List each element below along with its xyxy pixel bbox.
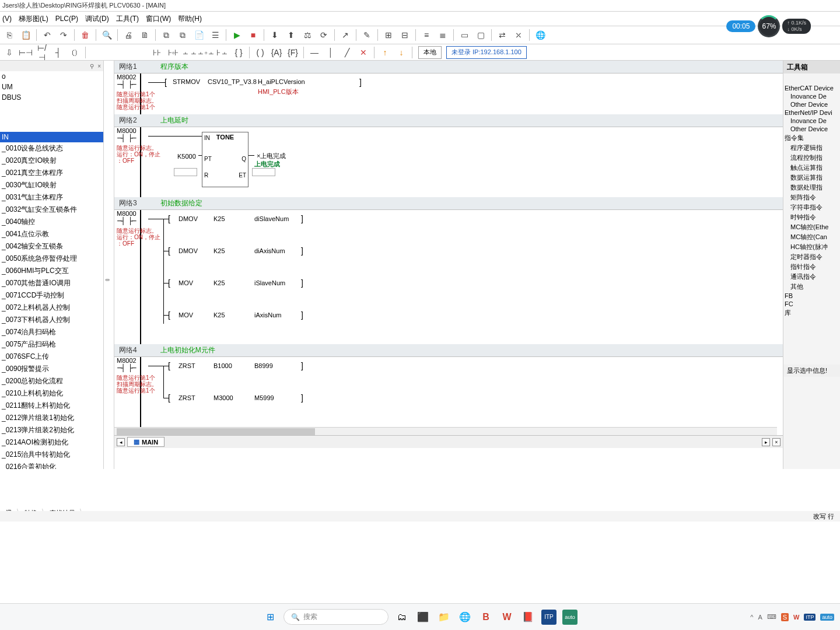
network-body[interactable]: 16 M8002 ─┤ ├─ 随意运行第1个 扫描周期标志。 随意运行第1个 [… bbox=[114, 74, 783, 114]
tray-ime-icon[interactable]: ⌨ bbox=[767, 613, 776, 621]
auto-icon[interactable]: auto bbox=[562, 610, 578, 625]
tree-item[interactable]: _0215治具中转初始化 bbox=[0, 449, 103, 461]
ld-diag-icon[interactable]: ╱ bbox=[340, 46, 354, 60]
login-status[interactable]: 未登录 IP:192.168.1.100 bbox=[446, 46, 527, 59]
output-box[interactable] bbox=[252, 168, 275, 176]
tree-item[interactable]: DBUS bbox=[0, 92, 103, 103]
tree-item[interactable]: _0072上料机器人控制 bbox=[0, 302, 103, 314]
hud-cpu-ring[interactable]: 67% bbox=[758, 15, 780, 37]
ladder-contact[interactable]: M8000 ─┤ ├─ bbox=[117, 127, 136, 142]
tree-item[interactable]: UM bbox=[0, 82, 103, 92]
tool-group[interactable]: FC bbox=[783, 300, 840, 308]
stop-icon[interactable]: ■ bbox=[246, 28, 260, 42]
ld-hline-icon[interactable]: — bbox=[307, 46, 321, 60]
network-header[interactable]: 网络2 上电延时 bbox=[114, 114, 783, 127]
tab-close-icon[interactable]: × bbox=[772, 438, 780, 446]
word-icon[interactable]: 📕 bbox=[520, 610, 536, 625]
ld-tool1-icon[interactable]: ⊦⊦ bbox=[150, 46, 164, 60]
tool-item[interactable]: MC轴控(Can bbox=[783, 232, 840, 242]
function-block[interactable]: TONE IN PT R Q ET bbox=[202, 132, 249, 187]
tool-item[interactable]: 矩阵指令 bbox=[783, 192, 840, 202]
doc-icon[interactable]: 📄 bbox=[192, 28, 206, 42]
tree-item[interactable]: _0212弹片组装1初始化 bbox=[0, 412, 103, 424]
tool-item[interactable]: 字符串指令 bbox=[783, 202, 840, 212]
project-tree[interactable]: o UM DBUS IN _0010设备总线状态 _0020真空IO映射 _00… bbox=[0, 71, 103, 469]
box1-icon[interactable]: ▭ bbox=[457, 28, 471, 42]
tool-item[interactable]: 定时器指令 bbox=[783, 252, 840, 262]
hud-network[interactable]: ↑ 0.1K/s ↓ 0K/s bbox=[782, 19, 811, 34]
ld-coil-icon[interactable]: ⟮⟯ bbox=[68, 46, 82, 60]
paste-icon[interactable]: 📋 bbox=[19, 28, 33, 42]
tab-scroll-right-icon[interactable]: ▸ bbox=[762, 438, 770, 446]
window1-icon[interactable]: ⧉ bbox=[159, 28, 173, 42]
tree-item[interactable]: _0060HMI与PLC交互 bbox=[0, 265, 103, 277]
tree-item[interactable]: _0041点位示教 bbox=[0, 228, 103, 240]
window2-icon[interactable]: ⧉ bbox=[176, 28, 190, 42]
tree-item[interactable]: _0040轴控 bbox=[0, 216, 103, 228]
ld-a-icon[interactable]: {A} bbox=[270, 46, 284, 60]
tool-item[interactable]: 其他 bbox=[783, 282, 840, 292]
tray-icon[interactable]: A bbox=[758, 614, 762, 621]
undo-icon[interactable]: ↶ bbox=[40, 28, 54, 42]
tool-item[interactable]: 时钟指令 bbox=[783, 212, 840, 222]
tool-item[interactable]: HC轴控(脉冲 bbox=[783, 242, 840, 252]
ld-ncontact-icon[interactable]: ⊢/⊣ bbox=[35, 46, 49, 60]
tree-item[interactable]: _0216合盖初始化 bbox=[0, 461, 103, 469]
document-tab[interactable]: ▦ MAIN bbox=[127, 437, 164, 447]
tool-group[interactable]: EtherNet/IP Devi bbox=[783, 108, 840, 117]
tool-item[interactable]: 流程控制指 bbox=[783, 153, 840, 163]
tree-item[interactable]: _0211翻转上料初始化 bbox=[0, 400, 103, 412]
tool-item[interactable]: Other Device bbox=[783, 125, 840, 133]
copy-icon[interactable]: ⎘ bbox=[2, 28, 16, 42]
tree-item[interactable]: _0010设备总线状态 bbox=[0, 142, 103, 155]
net-icon[interactable]: 🌐 bbox=[533, 28, 547, 42]
network-header[interactable]: 网络1 程序版本 bbox=[114, 61, 783, 74]
ladder-editor[interactable]: 网络1 程序版本 16 M8002 ─┤ ├─ 随意运行第1个 扫描周期标志。 … bbox=[114, 61, 783, 469]
app-b-icon[interactable]: B bbox=[478, 610, 494, 625]
tool-item[interactable]: 触点运算指 bbox=[783, 163, 840, 173]
tree-item[interactable]: _0075产品扫码枪 bbox=[0, 338, 103, 351]
menu-window[interactable]: 窗口(W) bbox=[146, 14, 171, 24]
tree-item[interactable]: _0074治具扫码枪 bbox=[0, 326, 103, 338]
list-icon[interactable]: ☰ bbox=[208, 28, 222, 42]
taskview-icon[interactable]: 🗂 bbox=[394, 610, 410, 625]
ld-contact-icon[interactable]: ⊢⊣ bbox=[19, 46, 33, 60]
delete-icon[interactable]: 🗑 bbox=[78, 28, 92, 42]
print-preview-icon[interactable]: 🗎 bbox=[138, 28, 152, 42]
menu-plc[interactable]: PLC(P) bbox=[55, 15, 78, 23]
tool-item[interactable]: Other Device bbox=[783, 100, 840, 108]
tray-icon[interactable]: auto bbox=[820, 614, 834, 621]
insert-row-icon[interactable]: ⊞ bbox=[382, 28, 396, 42]
tool-item[interactable]: 通讯指令 bbox=[783, 272, 840, 282]
network-body[interactable]: 88 M8000 ─┤ ├─ 随意运行标志。 运行：ON，停止 ：OFF TON… bbox=[114, 127, 783, 197]
tree-item-selected[interactable]: IN bbox=[0, 132, 103, 142]
network-header[interactable]: 网络3 初始数据给定 bbox=[114, 197, 783, 210]
tree-item[interactable]: _0070其他普通IO调用 bbox=[0, 277, 103, 289]
align2-icon[interactable]: ≣ bbox=[436, 28, 450, 42]
ld-down2-icon[interactable]: ↓ bbox=[394, 46, 408, 60]
wps-icon[interactable]: W bbox=[499, 610, 514, 625]
connect-icon[interactable]: ⇄ bbox=[495, 28, 509, 42]
tree-item[interactable]: _0073下料机器人控制 bbox=[0, 314, 103, 326]
ld-vline-icon[interactable]: │ bbox=[324, 46, 338, 60]
tree-item[interactable]: _0214AOI检测初始化 bbox=[0, 436, 103, 449]
tree-item[interactable]: _0213弹片组装2初始化 bbox=[0, 424, 103, 436]
tool-group[interactable]: FB bbox=[783, 292, 840, 300]
tool-item[interactable]: 数据处理指 bbox=[783, 183, 840, 192]
ld-param-icon[interactable]: { } bbox=[232, 46, 246, 60]
ld-x-icon[interactable]: ✕ bbox=[356, 46, 370, 60]
cursor-icon[interactable]: ↗ bbox=[338, 28, 352, 42]
tree-item[interactable]: _0200总初始化流程 bbox=[0, 375, 103, 387]
edge-icon[interactable]: 🌐 bbox=[457, 610, 473, 625]
redo-icon[interactable]: ↷ bbox=[57, 28, 71, 42]
print-icon[interactable]: 🖨 bbox=[121, 28, 135, 42]
tray-icon[interactable]: W bbox=[793, 614, 799, 621]
ladder-contact[interactable]: M8002 ─┤ ├─ bbox=[117, 357, 136, 372]
align1-icon[interactable]: ≡ bbox=[419, 28, 433, 42]
menu-help[interactable]: 帮助(H) bbox=[178, 14, 202, 24]
splitter[interactable]: ⇹ bbox=[104, 61, 114, 469]
box2-icon[interactable]: ▢ bbox=[474, 28, 488, 42]
edit-icon[interactable]: ✎ bbox=[360, 28, 374, 42]
tree-item[interactable]: _0042轴安全互锁条 bbox=[0, 240, 103, 253]
tree-item[interactable]: _0031气缸主体程序 bbox=[0, 191, 103, 204]
